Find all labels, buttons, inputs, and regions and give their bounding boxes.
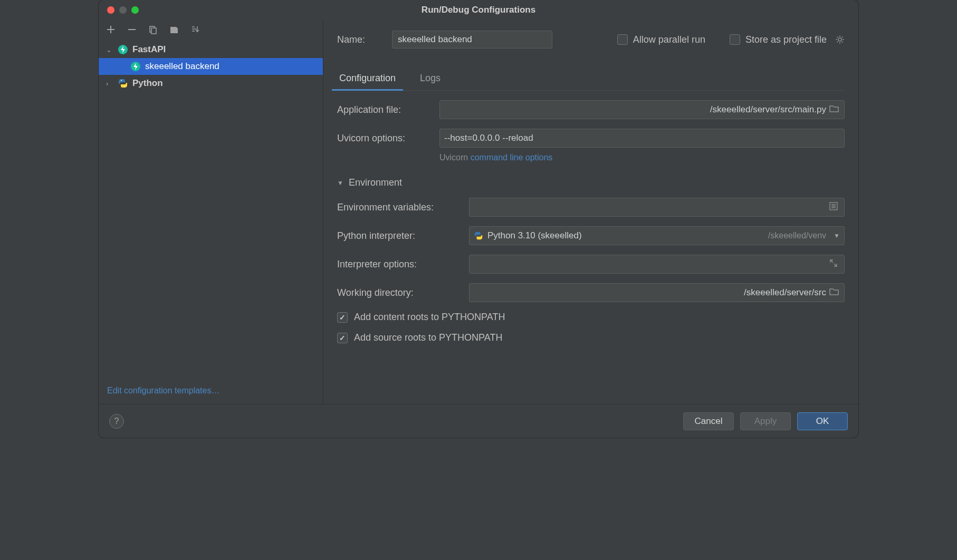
- uvicorn-hint-prefix: Uvicorn: [439, 153, 471, 162]
- add-content-roots-checkbox[interactable]: Add content roots to PYTHONPATH: [337, 312, 845, 323]
- tabs: Configuration Logs: [337, 69, 845, 91]
- dialog-window: Run/Debug Configurations: [99, 0, 858, 438]
- uvicorn-options-label: Uvicorn options:: [337, 133, 432, 144]
- application-file-input[interactable]: [444, 104, 826, 115]
- sidebar: ⌄ FastAPI skeeelled backend ›: [99, 20, 323, 404]
- checkbox-icon: [730, 34, 740, 45]
- save-config-icon[interactable]: [168, 24, 180, 35]
- application-file-row: Application file:: [337, 100, 845, 119]
- add-content-roots-label: Add content roots to PYTHONPATH: [354, 312, 505, 323]
- checkbox-checked-icon: [337, 333, 348, 343]
- folder-icon[interactable]: [829, 104, 840, 115]
- fastapi-icon: [130, 61, 141, 72]
- folder-icon[interactable]: [829, 287, 840, 298]
- uvicorn-hint: Uvicorn command line options: [439, 153, 845, 162]
- interpreter-options-input[interactable]: [474, 259, 826, 269]
- sort-config-icon[interactable]: [189, 24, 201, 35]
- interpreter-name: Python 3.10 (skeeelled): [487, 230, 582, 241]
- application-file-label: Application file:: [337, 104, 432, 115]
- working-directory-input[interactable]: [474, 287, 826, 298]
- tab-configuration[interactable]: Configuration: [337, 69, 398, 90]
- chevron-right-icon: ›: [106, 80, 113, 88]
- name-input[interactable]: [392, 31, 552, 49]
- store-as-file-checkbox[interactable]: Store as project file: [730, 34, 845, 45]
- dialog-body: ⌄ FastAPI skeeelled backend ›: [99, 20, 858, 404]
- working-directory-label: Working directory:: [337, 287, 462, 298]
- chevron-down-icon: ▼: [834, 232, 840, 239]
- add-config-icon[interactable]: [105, 24, 117, 35]
- working-directory-row: Working directory:: [337, 283, 845, 302]
- help-button[interactable]: ?: [109, 414, 124, 429]
- gear-icon[interactable]: [835, 35, 845, 44]
- svg-rect-2: [151, 28, 156, 34]
- ok-button[interactable]: OK: [797, 412, 848, 430]
- interpreter-dropdown[interactable]: Python 3.10 (skeeelled) /skeeelled/venv …: [469, 226, 845, 245]
- tree-item-skeeelled-backend[interactable]: skeeelled backend: [99, 58, 323, 75]
- name-label: Name:: [337, 34, 379, 45]
- window-controls: [99, 6, 139, 14]
- expand-icon[interactable]: [829, 259, 840, 269]
- svg-point-5: [121, 80, 122, 81]
- chevron-down-icon: ⌄: [106, 46, 113, 54]
- checkbox-checked-icon: [337, 312, 348, 323]
- application-file-input-wrap[interactable]: [439, 100, 845, 119]
- interpreter-row: Python interpreter: Python 3.10 (skeeell…: [337, 226, 845, 245]
- tree-item-label: Python: [132, 78, 163, 89]
- python-icon: [118, 78, 128, 89]
- remove-config-icon[interactable]: [126, 24, 138, 35]
- window-title: Run/Debug Configurations: [99, 5, 858, 15]
- working-directory-input-wrap[interactable]: [469, 283, 845, 302]
- apply-button[interactable]: Apply: [740, 412, 791, 430]
- minimize-window-button[interactable]: [119, 6, 127, 14]
- environment-section-header[interactable]: ▼ Environment: [337, 177, 845, 188]
- cancel-button[interactable]: Cancel: [683, 412, 734, 430]
- uvicorn-options-input-wrap[interactable]: [439, 129, 845, 148]
- sidebar-footer: Edit configuration templates…: [99, 381, 323, 404]
- svg-point-7: [838, 38, 841, 41]
- environment-section-label: Environment: [349, 177, 402, 188]
- titlebar: Run/Debug Configurations: [99, 0, 858, 20]
- maximize-window-button[interactable]: [131, 6, 139, 14]
- interpreter-options-row: Interpreter options:: [337, 255, 845, 274]
- svg-rect-0: [128, 29, 136, 30]
- add-source-roots-label: Add source roots to PYTHONPATH: [354, 332, 502, 343]
- uvicorn-options-row: Uvicorn options:: [337, 129, 845, 148]
- tree-item-python[interactable]: › Python: [99, 75, 323, 92]
- interpreter-path: /skeeelled/venv: [768, 231, 826, 240]
- svg-point-6: [124, 86, 125, 87]
- config-tree: ⌄ FastAPI skeeelled backend ›: [99, 39, 323, 381]
- tree-item-label: FastAPI: [132, 44, 166, 55]
- interpreter-options-input-wrap[interactable]: [469, 255, 845, 274]
- env-vars-label: Environment variables:: [337, 202, 462, 213]
- fastapi-icon: [118, 44, 128, 55]
- tab-logs[interactable]: Logs: [418, 69, 443, 90]
- interpreter-options-label: Interpreter options:: [337, 259, 462, 270]
- tab-configuration-body: Application file: Uvicorn options:: [337, 91, 845, 343]
- list-icon[interactable]: [829, 202, 840, 213]
- env-vars-row: Environment variables:: [337, 198, 845, 217]
- store-as-file-label: Store as project file: [745, 34, 827, 45]
- interpreter-label: Python interpreter:: [337, 230, 462, 242]
- triangle-down-icon: ▼: [337, 179, 343, 187]
- uvicorn-options-input[interactable]: [444, 133, 840, 143]
- tree-item-fastapi[interactable]: ⌄ FastAPI: [99, 41, 323, 58]
- env-vars-input[interactable]: [474, 202, 826, 213]
- copy-config-icon[interactable]: [147, 24, 159, 35]
- env-vars-input-wrap[interactable]: [469, 198, 845, 217]
- sidebar-toolbar: [99, 20, 323, 39]
- edit-templates-link[interactable]: Edit configuration templates…: [107, 386, 219, 395]
- main-panel: Name: Allow parallel run Store as projec…: [323, 20, 858, 404]
- top-row: Name: Allow parallel run Store as projec…: [337, 31, 845, 49]
- allow-parallel-label: Allow parallel run: [633, 34, 705, 45]
- dialog-footer: ? Cancel Apply OK: [99, 404, 858, 438]
- uvicorn-hint-link[interactable]: command line options: [471, 153, 553, 162]
- allow-parallel-checkbox[interactable]: Allow parallel run: [617, 34, 705, 45]
- add-source-roots-checkbox[interactable]: Add source roots to PYTHONPATH: [337, 332, 845, 343]
- python-icon: [474, 231, 483, 240]
- close-window-button[interactable]: [107, 6, 114, 14]
- tree-item-label: skeeelled backend: [145, 61, 219, 72]
- checkbox-icon: [617, 34, 628, 45]
